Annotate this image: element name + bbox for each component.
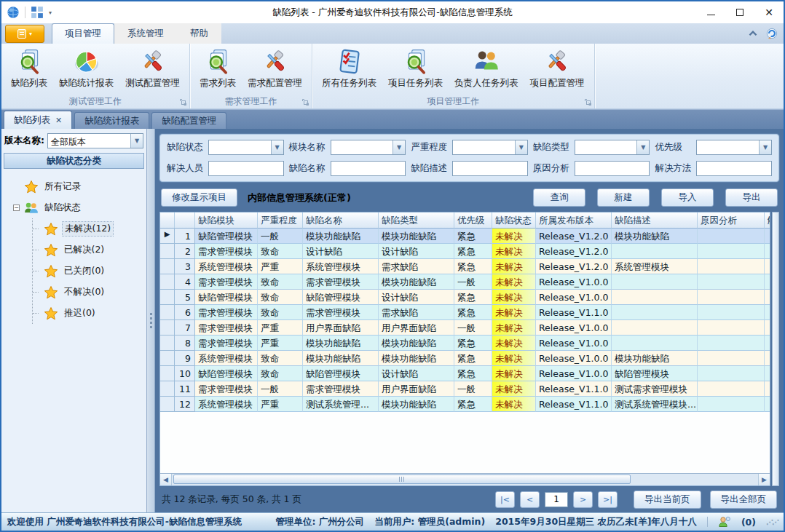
document-tab-缺陷列表[interactable]: 缺陷列表 ✕	[4, 111, 72, 129]
action-button-新建[interactable]: 新建	[597, 188, 650, 207]
chevron-down-icon[interactable]: ▼	[636, 140, 649, 154]
scrollbar-thumb[interactable]	[173, 475, 631, 484]
action-button-导出[interactable]: 导出	[725, 188, 778, 207]
column-header-优先级[interactable]: 优先级	[454, 213, 492, 229]
filter-input-原因分析[interactable]	[575, 161, 650, 176]
modify-display-button[interactable]: 修改显示项目	[161, 188, 237, 207]
chevron-down-icon[interactable]: ▼	[515, 140, 527, 154]
ribbon-tab-row: ▾ 项目管理系统管理帮助	[1, 23, 784, 44]
tree-item[interactable]: 已解决(2)	[33, 239, 146, 261]
column-header-解决方法[interactable]: 解决方法	[765, 213, 770, 229]
column-header-blank[interactable]	[175, 213, 195, 229]
tree-item[interactable]: 已关闭(0)	[33, 261, 146, 282]
export-all-pages-button[interactable]: 导出全部页	[710, 491, 778, 509]
column-header-严重程度[interactable]: 严重程度	[258, 213, 303, 229]
close-button[interactable]: ✕	[754, 2, 784, 23]
action-button-导入[interactable]: 导入	[661, 188, 714, 207]
filter-label: 模块名称	[289, 141, 326, 154]
column-header-缺陷名称[interactable]: 缺陷名称	[303, 213, 379, 229]
application-menu-button[interactable]: ▾	[5, 25, 44, 43]
tree-item[interactable]: 不解决(0)	[33, 282, 146, 303]
table-row[interactable]: 6需求管理模块致命需求管理模块需求缺陷紧急未解决Release_V1.1.0	[160, 305, 770, 320]
document-tab-缺陷配置管理[interactable]: 缺陷配置管理	[151, 112, 226, 129]
online-user-icon[interactable]	[718, 515, 731, 528]
ribbon-button-项目配置管理[interactable]: 项目配置管理	[525, 46, 590, 95]
table-row[interactable]: ▶1缺陷管理模块一般模块功能缺陷模块功能缺陷紧急未解决Release_V1.2.…	[160, 229, 770, 244]
ribbon-button-缺陷统计报表[interactable]: 缺陷统计报表	[54, 46, 119, 95]
table-row[interactable]: 5缺陷管理模块致命缺陷管理模块设计缺陷紧急未解决Release_V1.0.0	[160, 290, 770, 305]
filter-input-缺陷名称[interactable]	[331, 161, 406, 176]
table-row[interactable]: 10缺陷管理模块致命缺陷管理模块设计缺陷紧急未解决Release_V1.0.0缺…	[160, 366, 770, 381]
cell-解决方法	[765, 381, 770, 397]
first-page-button[interactable]: |<	[495, 491, 515, 508]
ribbon-button-缺陷列表[interactable]: 缺陷列表	[6, 46, 52, 95]
next-page-button[interactable]: >	[573, 491, 593, 508]
tree-item[interactable]: 推迟(0)	[33, 303, 146, 324]
filter-combo-缺陷类型[interactable]: ▼	[575, 140, 650, 155]
column-header-缺陷模块[interactable]: 缺陷模块	[195, 213, 258, 229]
resize-grip-icon[interactable]: ⋰⋰	[766, 518, 778, 526]
column-header-所属发布版本[interactable]: 所属发布版本	[536, 213, 612, 229]
column-header-缺陷状态[interactable]: 缺陷状态	[492, 213, 536, 229]
filter-input-解决方法[interactable]	[696, 161, 772, 176]
splitter[interactable]	[147, 129, 155, 512]
filter-combo-缺陷状态[interactable]: ▼	[208, 140, 284, 155]
ribbon-button-项目任务列表[interactable]: 项目任务列表	[383, 46, 448, 95]
page-number-input[interactable]	[545, 492, 568, 507]
table-row[interactable]: 11需求管理模块一般需求管理模块用户界面缺陷一般未解决Release_V1.1.…	[160, 381, 770, 397]
window-switch-icon[interactable]	[31, 6, 44, 19]
vertical-scrollbar[interactable]	[772, 212, 779, 486]
table-row[interactable]: 2需求管理模块致命设计缺陷设计缺陷紧急未解决Release_V1.2.0	[160, 244, 770, 259]
column-header-缺陷描述[interactable]: 缺陷描述	[612, 213, 698, 229]
chevron-down-icon[interactable]: ▼	[271, 140, 283, 154]
table-row[interactable]: 4需求管理模块致命需求管理模块模块功能缺陷一般未解决Release_V1.0.0	[160, 274, 770, 290]
dialog-launcher-icon[interactable]	[301, 98, 309, 106]
filter-combo-模块名称[interactable]: ▼	[331, 140, 406, 155]
ribbon-tab-帮助[interactable]: 帮助	[177, 23, 221, 44]
ribbon-button-负责人任务列表[interactable]: 负责人任务列表	[449, 46, 524, 95]
maximize-button[interactable]	[725, 2, 754, 23]
tree-expander-icon[interactable]: −	[13, 205, 20, 211]
ribbon-button-所有任务列表[interactable]: 所有任务列表	[317, 46, 382, 95]
minimize-button[interactable]	[696, 2, 725, 23]
tree-item[interactable]: − 缺陷状态	[13, 197, 146, 218]
ribbon-tab-项目管理[interactable]: 项目管理	[52, 23, 114, 44]
table-row[interactable]: 12系统管理模块严重测试系统管理...模块功能缺陷紧急未解决Release_V1…	[160, 397, 770, 412]
dialog-launcher-icon[interactable]	[584, 98, 592, 106]
version-combo[interactable]: 全部版本 ▼	[47, 133, 143, 148]
column-header-原因分析[interactable]: 原因分析	[698, 213, 765, 229]
action-button-查询[interactable]: 查询	[533, 188, 585, 207]
help-icon[interactable]	[766, 28, 778, 39]
collapse-ribbon-icon[interactable]	[747, 28, 759, 39]
dialog-launcher-icon[interactable]	[179, 98, 187, 106]
filter-combo-优先级[interactable]: ▼	[696, 140, 772, 155]
filter-input-缺陷描述[interactable]	[452, 161, 528, 176]
filter-combo-严重程度[interactable]: ▼	[452, 140, 528, 155]
column-header-缺陷类型[interactable]: 缺陷类型	[379, 213, 454, 229]
chevron-down-icon[interactable]: ▼	[130, 134, 143, 148]
chevron-down-icon[interactable]: ▼	[759, 140, 771, 154]
table-row[interactable]: 9系统管理模块致命模块功能缺陷模块功能缺陷紧急未解决Release_V1.0.0…	[160, 351, 770, 366]
table-row[interactable]: 7需求管理模块严重用户界面缺陷用户界面缺陷一般未解决Release_V1.0.0	[160, 320, 770, 336]
tree-item[interactable]: 未解决(12)	[33, 218, 146, 239]
scroll-right-icon[interactable]: ▶	[758, 474, 770, 485]
export-current-page-button[interactable]: 导出当前页	[634, 491, 701, 509]
document-tab-缺陷统计报表[interactable]: 缺陷统计报表	[74, 112, 149, 129]
table-row[interactable]: 8需求管理模块严重模块功能缺陷模块功能缺陷紧急未解决Release_V1.0.0	[160, 336, 770, 351]
ribbon-button-需求列表[interactable]: 需求列表	[194, 46, 241, 95]
previous-page-button[interactable]: <	[520, 491, 540, 508]
close-tab-icon[interactable]: ✕	[55, 116, 62, 125]
chevron-down-icon[interactable]: ▼	[392, 140, 405, 154]
ribbon-button-测试配置管理[interactable]: 测试配置管理	[120, 46, 185, 95]
column-header-blank[interactable]	[160, 213, 175, 229]
filter-input-解决人员[interactable]	[208, 161, 284, 176]
tree-item[interactable]: − 所有记录	[13, 176, 146, 197]
row-number: 9	[175, 351, 195, 366]
horizontal-scrollbar[interactable]: ◀ ▶	[160, 473, 770, 485]
ribbon-tab-系统管理[interactable]: 系统管理	[114, 23, 177, 44]
table-row[interactable]: 3系统管理模块严重系统管理模块需求缺陷紧急未解决Release_V1.2.0系统…	[160, 259, 770, 274]
qat-dropdown-icon[interactable]: ▾	[49, 9, 52, 16]
last-page-button[interactable]: >|	[598, 491, 618, 508]
ribbon-button-需求配置管理[interactable]: 需求配置管理	[242, 46, 307, 95]
scroll-left-icon[interactable]: ◀	[160, 474, 172, 485]
